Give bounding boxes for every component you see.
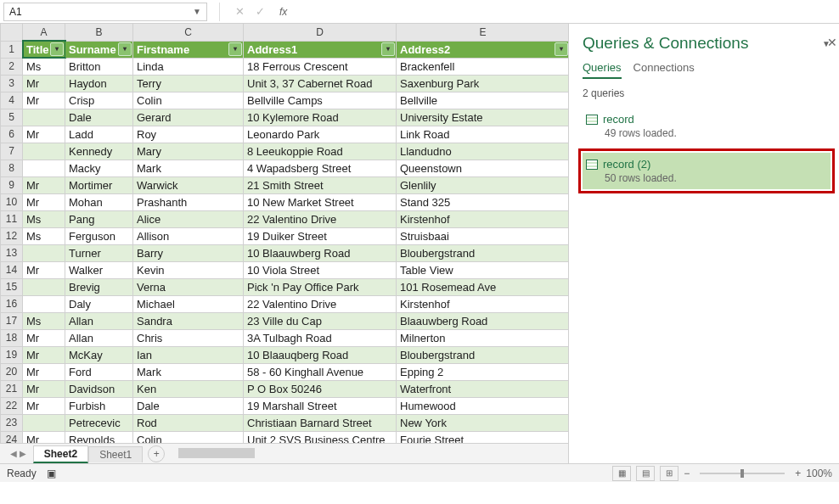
cell[interactable]: 19 Marshall Street xyxy=(244,397,397,414)
cell[interactable]: Kennedy xyxy=(65,143,133,160)
cell[interactable]: Humewood xyxy=(397,397,569,414)
cell[interactable]: Link Road xyxy=(397,126,569,143)
cell[interactable]: 10 Blaauwberg Road xyxy=(244,244,397,261)
cell[interactable]: Kirstenhof xyxy=(397,295,569,312)
cell[interactable]: Barry xyxy=(133,244,244,261)
cell[interactable]: Ian xyxy=(133,346,244,363)
table-header-cell[interactable]: Title▾ xyxy=(23,41,65,58)
sheet-tab-inactive[interactable]: Sheet1 xyxy=(88,446,143,462)
col-header[interactable]: B xyxy=(65,24,133,41)
row-header[interactable]: 16 xyxy=(1,295,23,312)
cell[interactable]: Colin xyxy=(133,92,244,109)
name-box[interactable]: A1 ▼ xyxy=(3,3,207,21)
filter-dropdown-icon[interactable]: ▾ xyxy=(555,42,568,56)
sheet-tab-active[interactable]: Sheet2 xyxy=(33,445,88,463)
view-normal-icon[interactable]: ▦ xyxy=(612,466,631,481)
cell[interactable]: Petrecevic xyxy=(65,414,133,431)
cell[interactable]: Britton xyxy=(65,58,133,75)
close-icon[interactable]: ✕ xyxy=(827,36,837,49)
cell[interactable]: Allison xyxy=(133,227,244,244)
cell[interactable] xyxy=(23,278,65,295)
row-header[interactable]: 23 xyxy=(1,414,23,431)
cell[interactable]: Kevin xyxy=(133,261,244,278)
add-sheet-button[interactable]: + xyxy=(148,445,165,462)
cell[interactable] xyxy=(23,295,65,312)
filter-dropdown-icon[interactable]: ▾ xyxy=(228,42,242,56)
cell[interactable]: Table View xyxy=(397,261,569,278)
cell[interactable]: Mr xyxy=(23,261,65,278)
cell[interactable]: Chris xyxy=(133,329,244,346)
cell[interactable]: Ms xyxy=(23,227,65,244)
cell[interactable]: Bellville Camps xyxy=(244,92,397,109)
cell[interactable]: 8 Leeukoppie Road xyxy=(244,143,397,160)
row-header[interactable]: 1 xyxy=(1,41,23,58)
cell[interactable]: Kirstenhof xyxy=(397,210,569,227)
cell[interactable]: Mr xyxy=(23,329,65,346)
row-header[interactable]: 10 xyxy=(1,193,23,210)
cell[interactable]: Brevig xyxy=(65,278,133,295)
cell[interactable]: Terry xyxy=(133,75,244,92)
cell[interactable]: Verna xyxy=(133,278,244,295)
filter-dropdown-icon[interactable]: ▾ xyxy=(118,42,132,56)
cell[interactable]: 10 Viola Street xyxy=(244,261,397,278)
row-header[interactable]: 18 xyxy=(1,329,23,346)
query-item[interactable]: record 49 rows loaded. xyxy=(583,108,831,144)
cell[interactable]: 101 Rosemead Ave xyxy=(397,278,569,295)
row-header[interactable]: 11 xyxy=(1,210,23,227)
cell[interactable]: 23 Ville du Cap xyxy=(244,312,397,329)
cell[interactable]: 58 - 60 Kinghall Avenue xyxy=(244,363,397,380)
cell[interactable]: Allan xyxy=(65,329,133,346)
row-header[interactable]: 15 xyxy=(1,278,23,295)
select-all-corner[interactable] xyxy=(1,24,23,41)
row-header[interactable]: 7 xyxy=(1,143,23,160)
row-header[interactable]: 17 xyxy=(1,312,23,329)
cell[interactable]: 21 Smith Street xyxy=(244,176,397,193)
cell[interactable]: Epping 2 xyxy=(397,363,569,380)
cell[interactable]: Mr xyxy=(23,176,65,193)
table-header-cell[interactable]: Address2▾ xyxy=(397,41,569,58)
cell[interactable]: Turner xyxy=(65,244,133,261)
cell[interactable]: Mr xyxy=(23,431,65,443)
row-header[interactable]: 14 xyxy=(1,261,23,278)
view-pagebreak-icon[interactable]: ⊞ xyxy=(660,466,679,481)
cell[interactable]: Sandra xyxy=(133,312,244,329)
chevron-down-icon[interactable]: ▼ xyxy=(193,7,201,16)
cell[interactable]: Dale xyxy=(65,109,133,126)
cell[interactable]: Waterfront xyxy=(397,380,569,397)
cell[interactable]: 10 Kylemore Road xyxy=(244,109,397,126)
macro-record-icon[interactable]: ▣ xyxy=(47,468,56,479)
row-header[interactable]: 13 xyxy=(1,244,23,261)
row-header[interactable]: 9 xyxy=(1,176,23,193)
cell[interactable]: 18 Ferrous Crescent xyxy=(244,58,397,75)
cell[interactable]: Struisbaai xyxy=(397,227,569,244)
cell[interactable]: Fourie Street xyxy=(397,431,569,443)
col-header[interactable]: A xyxy=(23,24,65,41)
cell[interactable]: Ladd xyxy=(65,126,133,143)
cell[interactable]: Ms xyxy=(23,58,65,75)
cell[interactable]: Blaauwberg Road xyxy=(397,312,569,329)
zoom-in-button[interactable]: + xyxy=(795,468,801,479)
col-header[interactable]: E xyxy=(397,24,569,41)
cell[interactable]: Haydon xyxy=(65,75,133,92)
fx-icon[interactable]: fx xyxy=(279,6,287,18)
filter-dropdown-icon[interactable]: ▾ xyxy=(50,42,64,56)
cell[interactable]: Mark xyxy=(133,160,244,176)
cell[interactable]: 4 Wapadsberg Street xyxy=(244,160,397,176)
row-header[interactable]: 2 xyxy=(1,58,23,75)
row-header[interactable]: 19 xyxy=(1,346,23,363)
cell[interactable]: Mr xyxy=(23,75,65,92)
cell[interactable]: Unit 2 SVS Business Centre xyxy=(244,431,397,443)
zoom-level[interactable]: 100% xyxy=(806,468,832,479)
cell[interactable]: Ms xyxy=(23,312,65,329)
cell[interactable]: Llandudno xyxy=(397,143,569,160)
cell[interactable]: Queenstown xyxy=(397,160,569,176)
cell[interactable]: 10 New Market Street xyxy=(244,193,397,210)
cell[interactable]: Mr xyxy=(23,193,65,210)
cell[interactable]: Colin xyxy=(133,431,244,443)
cell[interactable]: Ferguson xyxy=(65,227,133,244)
cell[interactable]: Brackenfell xyxy=(397,58,569,75)
cell[interactable]: McKay xyxy=(65,346,133,363)
cell[interactable]: Warwick xyxy=(133,176,244,193)
row-header[interactable]: 22 xyxy=(1,397,23,414)
cell[interactable]: Mohan xyxy=(65,193,133,210)
